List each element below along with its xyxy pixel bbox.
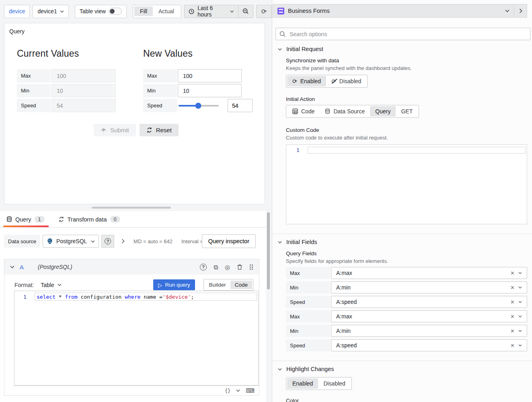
tab-query-label: Query [15,216,31,223]
chevron-down-icon[interactable] [10,265,14,269]
chevron-down-icon[interactable] [518,315,522,318]
chevron-down-icon[interactable] [518,286,522,289]
vertical-scrollbar-thumb[interactable] [267,212,270,289]
sync-slash-icon: ⟳ [331,78,336,84]
sql-line-1: 1 select * from configuration where name… [14,291,258,293]
time-range-button[interactable]: Last 6 hours [185,5,238,18]
zoom-out-button[interactable] [238,5,253,18]
initial-fields-content: Query Fields Specify fields for appropri… [286,250,527,351]
query-inspector-button[interactable]: Query inspector [202,234,256,248]
query-field-row: Max A:max ✕ [286,267,527,279]
collapse-options-button[interactable] [514,4,527,18]
trash-icon[interactable] [237,264,242,270]
field-value: A:min [336,328,351,334]
keyboard-icon[interactable]: ⌨ [246,387,255,394]
field-label: Min [286,281,330,293]
min-input[interactable] [178,84,242,97]
speed-slider-thumb[interactable] [195,103,201,109]
device-variable-select[interactable]: device1 [33,5,68,18]
speed-slider[interactable] [179,99,219,112]
upload-icon [101,127,107,133]
datasource-picker[interactable]: PostgreSQL [43,235,99,248]
speed-slider-track[interactable] [179,105,219,107]
field-select[interactable]: A:max ✕ [331,310,527,322]
action-code-label: Code [301,108,314,115]
time-picker-group: Last 6 hours [184,5,253,18]
field-label: Speed [286,339,330,351]
field-select[interactable]: A:min ✕ [331,325,527,337]
query-field-row: Min A:min ✕ [286,281,527,293]
query-row-actions: ? ⧉ ◎ [200,264,253,271]
query-row-header[interactable]: A (PostgreSQL) ? ⧉ ◎ [4,259,259,275]
sync-enabled-label: Enabled [300,78,321,84]
sync-disabled-option[interactable]: ⟳ Disabled [326,76,366,86]
highlight-enabled-option[interactable]: Enabled [287,378,318,389]
action-query-option[interactable]: Query [370,106,396,117]
tab-transform-data[interactable]: Transform data 0 [58,212,121,227]
refresh-button[interactable]: ⟳ [256,5,272,18]
action-get-option[interactable]: GET [396,106,418,117]
sync-enabled-option[interactable]: ⟳ Enabled [287,76,326,86]
business-forms-plugin-icon [277,8,284,14]
section-highlight-changes[interactable]: Highlight Changes [272,361,532,372]
field-select[interactable]: A:min ✕ [331,281,527,293]
query-count-badge: 1 [35,216,45,223]
speed-number-input[interactable] [228,99,253,112]
reset-button[interactable]: Reset [140,124,179,136]
clear-icon[interactable]: ✕ [510,285,515,291]
chevron-down-icon[interactable] [518,344,522,347]
datasource-help-button[interactable]: ? [101,235,114,248]
max-input[interactable] [178,69,242,82]
query-fields-label: Query Fields [286,250,527,256]
clear-icon[interactable]: ✕ [510,314,515,320]
field-label: Speed [286,296,330,308]
clear-icon[interactable]: ✕ [510,299,515,305]
clear-icon[interactable]: ✕ [510,328,515,334]
section-initial-request[interactable]: Initial Request [272,43,532,52]
run-query-button[interactable]: ▷ Run query [153,279,195,290]
clear-icon[interactable]: ✕ [510,270,515,276]
submit-button[interactable]: Submit [94,124,136,136]
chevron-down-icon[interactable] [518,330,522,332]
editor-tabs: Query 1 Transform data 0 [0,211,266,228]
drag-handle-icon[interactable] [249,264,253,270]
code-option[interactable]: Code [230,281,252,289]
highlight-radio-group: Enabled Disabled [286,377,352,390]
clear-icon[interactable]: ✕ [510,343,515,349]
horizontal-resize-handle[interactable] [92,207,171,209]
field-select[interactable]: A:max ✕ [331,267,527,279]
highlight-disabled-option[interactable]: Disabled [318,378,350,389]
options-search[interactable] [275,28,530,40]
chevron-down-icon[interactable] [518,272,522,274]
action-datasource-label: Data Source [333,108,365,115]
sql-code-editor[interactable]: 1 select * from configuration where name… [14,291,259,386]
format-select[interactable]: Table [41,282,61,288]
section-initial-fields[interactable]: Initial Fields [272,234,532,245]
field-select[interactable]: A:speed ✕ [331,296,527,308]
action-datasource-option[interactable]: Data Source [320,106,370,117]
zoom-out-icon [242,8,249,14]
tab-query[interactable]: Query 1 [6,212,45,227]
device-variable-label[interactable]: device [4,5,30,18]
eye-icon[interactable]: ◎ [225,264,230,270]
options-search-input[interactable] [289,31,526,38]
custom-code-editor[interactable]: 1 [286,144,527,224]
chevron-down-icon [230,10,234,13]
duplicate-icon[interactable]: ⧉ [214,264,218,270]
field-select[interactable]: A:speed ✕ [331,339,527,351]
visualization-picker[interactable]: Business Forms [273,4,514,18]
fill-option[interactable]: Fill [134,6,153,16]
postgresql-icon [47,238,53,244]
chevron-down-icon[interactable] [236,389,240,392]
builder-option[interactable]: Builder [205,281,230,289]
actual-option[interactable]: Actual [153,6,180,16]
braces-icon[interactable]: {} [225,388,230,394]
min-current-value: 10 [51,84,116,97]
chevron-right-icon[interactable] [121,239,125,244]
table-view-toggle[interactable] [109,8,122,15]
chevron-down-icon[interactable] [518,301,522,303]
action-code-option[interactable]: Code [287,106,320,117]
sql-text: select * from configuration where name =… [37,294,194,300]
help-icon[interactable]: ? [200,264,207,271]
query-ref-id: A [20,264,24,271]
